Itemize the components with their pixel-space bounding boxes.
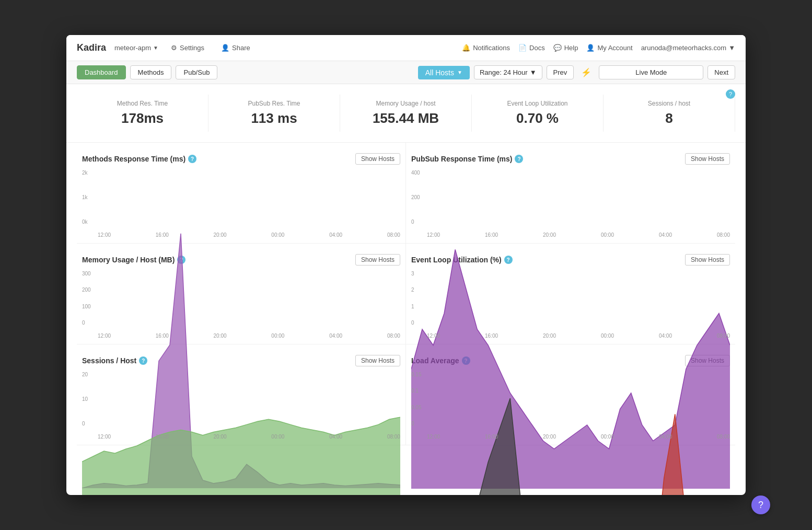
pubsub-res-time-value: 113 ms — [219, 110, 329, 126]
chart-title-methods-response-time: Methods Response Time (ms)? — [82, 155, 196, 163]
help-icon: 💬 — [553, 44, 562, 52]
charts-grid: Methods Response Time (ms)?Show Hosts2k1… — [66, 143, 746, 445]
method-res-time-label: Method Res. Time — [87, 100, 198, 107]
chart-help-icon-methods-response-time[interactable]: ? — [188, 155, 196, 163]
chart-svg-sessions-host — [82, 372, 400, 495]
chart-yaxis-memory-usage: 3002001000 — [82, 271, 97, 326]
tab-dashboard[interactable]: Dashboard — [77, 65, 126, 79]
event-loop-label: Event Loop Utilization — [482, 100, 593, 107]
host-select-label: All Hosts — [425, 68, 454, 77]
event-loop-card: Event Loop Utilization 0.70 % — [472, 95, 604, 132]
chart-xaxis-memory-usage: 12:0016:0020:0000:0004:0008:00 — [98, 333, 400, 339]
chart-yaxis-load-average: 0.150.10.050 — [411, 372, 426, 427]
sessions-value: 8 — [614, 110, 724, 126]
chart-panel-pubsub-response-time: PubSub Response Time (ms)?Show Hosts4002… — [406, 143, 735, 244]
chart-yaxis-event-loop: 3210 — [411, 271, 426, 326]
app-name: meteor-apm — [114, 44, 151, 52]
live-mode-display: Live Mode — [599, 65, 703, 79]
range-caret-icon: ▼ — [530, 68, 537, 76]
host-select-dropdown[interactable]: All Hosts ▼ — [418, 66, 470, 79]
logo: Kadira — [77, 42, 106, 53]
docs-button[interactable]: 📄 Docs — [518, 44, 545, 52]
chart-yaxis-sessions-host: 20100 — [82, 372, 97, 427]
memory-usage-value: 155.44 MB — [351, 110, 461, 126]
user-email-caret-icon: ▼ — [728, 44, 735, 52]
bell-icon: 🔔 — [462, 44, 470, 52]
app-dropdown-icon: ▼ — [153, 45, 158, 51]
memory-usage-card: Memory Usage / host 155.44 MB — [340, 95, 472, 132]
chart-svg-load-average — [411, 372, 730, 495]
app-selector[interactable]: meteor-apm ▼ — [114, 44, 158, 52]
event-loop-value: 0.70 % — [482, 110, 593, 126]
tab-pubsub[interactable]: Pub/Sub — [176, 65, 217, 79]
show-hosts-button-pubsub-response-time[interactable]: Show Hosts — [685, 153, 730, 165]
pubsub-res-time-card: PubSub Res. Time 113 ms — [208, 95, 340, 132]
host-select-caret-icon: ▼ — [457, 70, 462, 75]
chart-title-pubsub-response-time: PubSub Response Time (ms)? — [411, 155, 523, 163]
settings-button[interactable]: ⚙ Settings — [167, 42, 208, 54]
sessions-card: Sessions / host 8 — [604, 95, 735, 132]
method-res-time-card: Method Res. Time 178ms — [77, 95, 208, 132]
my-account-button[interactable]: 👤 My Account — [586, 44, 632, 52]
notifications-button[interactable]: 🔔 Notifications — [462, 44, 510, 52]
method-res-time-value: 178ms — [87, 110, 198, 126]
chart-xaxis-load-average: 12:0016:0020:0000:0004:0008:00 — [427, 434, 730, 440]
help-button[interactable]: 💬 Help — [553, 44, 578, 52]
range-select-label: Range: 24 Hour — [480, 68, 528, 76]
chart-xaxis-methods-response-time: 12:0016:0020:0000:0004:0008:00 — [98, 232, 400, 238]
global-help-button[interactable]: ? — [751, 496, 770, 514]
show-hosts-button-methods-response-time[interactable]: Show Hosts — [355, 153, 400, 165]
chart-help-icon-pubsub-response-time[interactable]: ? — [515, 155, 523, 163]
account-icon: 👤 — [586, 44, 595, 52]
tab-methods[interactable]: Methods — [130, 65, 172, 79]
next-button[interactable]: Next — [707, 65, 735, 79]
chart-yaxis-methods-response-time: 2k1k0k — [82, 170, 97, 225]
share-button[interactable]: 👤 Share — [217, 42, 254, 54]
memory-usage-label: Memory Usage / host — [351, 100, 461, 107]
summary-bar: Method Res. Time 178ms PubSub Res. Time … — [66, 84, 746, 143]
chart-panel-methods-response-time: Methods Response Time (ms)?Show Hosts2k1… — [77, 143, 406, 244]
chart-xaxis-pubsub-response-time: 12:0016:0020:0000:0004:0008:00 — [427, 232, 730, 238]
share-icon: 👤 — [221, 44, 229, 52]
range-select-dropdown[interactable]: Range: 24 Hour ▼ — [474, 65, 542, 79]
chart-xaxis-sessions-host: 12:0016:0020:0000:0004:0008:00 — [98, 434, 400, 440]
user-email-dropdown[interactable]: arunoda@meteorhacks.com ▼ — [641, 44, 735, 52]
sessions-label: Sessions / host — [614, 100, 724, 107]
settings-icon: ⚙ — [171, 44, 177, 52]
chart-xaxis-event-loop: 12:0016:0020:0000:0004:0008:00 — [427, 333, 730, 339]
chart-yaxis-pubsub-response-time: 4002000 — [411, 170, 426, 225]
docs-icon: 📄 — [518, 44, 527, 52]
summary-help-icon[interactable]: ? — [726, 89, 735, 99]
lightning-icon: ⚡ — [578, 66, 595, 78]
prev-button[interactable]: Prev — [547, 65, 574, 79]
pubsub-res-time-label: PubSub Res. Time — [219, 100, 329, 107]
